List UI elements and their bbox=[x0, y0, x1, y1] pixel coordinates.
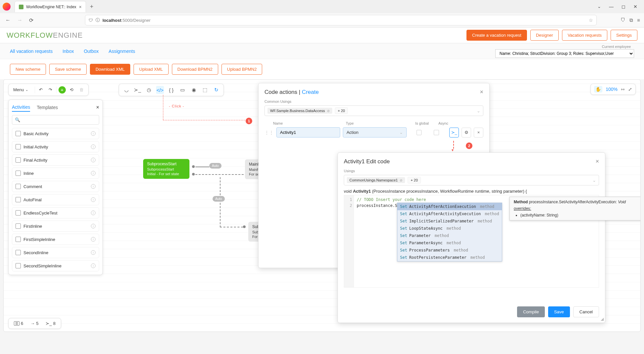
fullscreen-icon[interactable]: ⤢ bbox=[628, 87, 632, 92]
trash-icon[interactable]: 🗑 bbox=[77, 86, 86, 94]
add-button[interactable]: + bbox=[59, 86, 66, 94]
activity-item[interactable]: Commenti bbox=[12, 181, 99, 192]
nav-inbox[interactable]: Inbox bbox=[62, 49, 74, 54]
autocomplete-item[interactable]: SetRootPersistenceParametermethod bbox=[397, 254, 502, 261]
info-icon[interactable]: i bbox=[91, 144, 96, 149]
nav-outbox[interactable]: Outbox bbox=[84, 49, 99, 54]
new-scheme-button[interactable]: New scheme bbox=[10, 64, 46, 75]
bookmark-star-icon[interactable]: ☆ bbox=[589, 18, 593, 23]
delete-row-button[interactable]: × bbox=[474, 128, 483, 138]
user-icon[interactable]: ◡ bbox=[122, 86, 130, 94]
upload-bpmn-button[interactable]: Upload BPMN2 bbox=[221, 64, 262, 75]
usings-field[interactable]: CommonUsings.Namespace1⊘ + 20 ⌄ bbox=[344, 175, 599, 185]
menu-dropdown[interactable]: Menu ⌄ bbox=[11, 86, 33, 94]
designer-button[interactable]: Designer bbox=[530, 30, 559, 41]
info-icon[interactable]: i bbox=[91, 197, 96, 202]
settings-button[interactable]: Settings bbox=[611, 30, 637, 41]
extensions-icon[interactable]: ⧉ bbox=[629, 17, 633, 23]
address-bar[interactable]: 🛡 ⓘ localhost:5000/Designer ☆ bbox=[85, 15, 597, 25]
terminal-icon[interactable]: ≻_ bbox=[134, 86, 141, 94]
link-icon[interactable]: ⟲ bbox=[68, 86, 75, 94]
upload-xml-button[interactable]: Upload XML bbox=[134, 64, 169, 75]
activity-item[interactable]: SecondInlinei bbox=[12, 247, 99, 258]
autocomplete-item[interactable]: SetParametermethod bbox=[397, 232, 502, 239]
clock-icon[interactable]: ◷ bbox=[145, 86, 153, 94]
remove-tag-icon[interactable]: ⊘ bbox=[327, 109, 330, 113]
new-tab-button[interactable]: + bbox=[87, 3, 96, 10]
cancel-button[interactable]: Cancel bbox=[573, 306, 599, 317]
info-icon[interactable]: i bbox=[91, 184, 96, 189]
settings-row-button[interactable]: ⚙ bbox=[462, 128, 471, 138]
zoom-percent[interactable]: 100% bbox=[606, 87, 618, 92]
action-name-input[interactable] bbox=[276, 127, 340, 138]
info-icon[interactable]: i bbox=[91, 211, 96, 215]
info-icon[interactable]: i bbox=[91, 250, 96, 255]
autocomplete-item[interactable]: SetLoopStateAsyncmethod bbox=[397, 225, 502, 232]
more-tags[interactable]: + 20 bbox=[408, 177, 421, 183]
port-icon[interactable] bbox=[192, 173, 195, 176]
info-icon[interactable]: i bbox=[91, 263, 96, 268]
info-icon[interactable]: i bbox=[91, 131, 96, 136]
activity-item[interactable]: Basic Activityi bbox=[12, 128, 99, 139]
compile-button[interactable]: Compile bbox=[517, 306, 545, 317]
autocomplete-item[interactable]: SetActivityAfterActivityExecutionmethod bbox=[397, 210, 502, 217]
info-icon[interactable]: i bbox=[91, 224, 96, 228]
save-button[interactable]: Save bbox=[548, 306, 570, 317]
autocomplete-item[interactable]: SetParameterAsyncmethod bbox=[397, 239, 502, 247]
create-request-button[interactable]: Create a vacation request bbox=[466, 30, 527, 41]
fit-width-icon[interactable]: ⇿ bbox=[621, 87, 625, 92]
edit-code-button[interactable]: ≻_ bbox=[449, 128, 459, 138]
activity-item[interactable]: FirstInlinei bbox=[12, 220, 99, 232]
activity-item[interactable]: EndlessCycleTesti bbox=[12, 207, 99, 218]
download-bpmn-button[interactable]: Download BPMN2 bbox=[172, 64, 218, 75]
more-tags[interactable]: + 20 bbox=[335, 107, 348, 114]
remove-tag-icon[interactable]: ⊘ bbox=[400, 178, 402, 182]
download-xml-button[interactable]: Download XML bbox=[90, 64, 130, 75]
activity-item[interactable]: FirstSimpleInlinei bbox=[12, 234, 99, 245]
action-type-select[interactable]: Action⌄ bbox=[343, 127, 407, 138]
nav-all-requests[interactable]: All vacation requests bbox=[10, 49, 53, 54]
autocomplete-popup[interactable]: SetActivityAfterActionExecutionmethodSet… bbox=[397, 203, 502, 261]
reload-button[interactable]: ⟳ bbox=[28, 16, 35, 25]
stat-commands[interactable]: ≻_ 8 bbox=[44, 320, 57, 327]
port-icon[interactable] bbox=[192, 165, 195, 168]
activity-item[interactable]: SecondSimpleInlinei bbox=[12, 260, 99, 271]
pocket-icon[interactable]: ⛉ bbox=[621, 17, 625, 23]
drag-handle-icon[interactable]: ⋮⋮ bbox=[264, 130, 274, 135]
browser-tab[interactable]: WorkflowEngine NET:: Index × bbox=[15, 1, 86, 12]
redo-button[interactable]: ↷ bbox=[47, 86, 54, 94]
stat-activities[interactable]: ☰ 6 bbox=[12, 320, 25, 327]
activity-item[interactable]: Inlinei bbox=[12, 168, 99, 179]
common-usings-field[interactable]: WF.Sample.Business.DataAccess⊘ + 20 ⌄ bbox=[264, 105, 483, 116]
forward-button[interactable]: → bbox=[16, 16, 24, 24]
select-icon[interactable]: ⬚ bbox=[201, 86, 209, 94]
is-global-checkbox[interactable] bbox=[417, 130, 422, 135]
activity-item[interactable]: Initial Activityi bbox=[12, 141, 99, 152]
vacation-requests-button[interactable]: Vacation requests bbox=[562, 30, 607, 41]
node-subprocess-start[interactable]: SubprocessStart SubprocessStart Initial … bbox=[143, 159, 189, 179]
activity-item[interactable]: Final Activityi bbox=[12, 154, 99, 166]
code-icon[interactable]: </> bbox=[156, 86, 164, 94]
async-checkbox[interactable] bbox=[434, 130, 439, 135]
chevron-down-icon[interactable]: ⌄ bbox=[597, 4, 601, 9]
save-scheme-button[interactable]: Save scheme bbox=[49, 64, 87, 75]
monitor-icon[interactable]: ▭ bbox=[179, 86, 186, 94]
activity-item[interactable]: AutoFinali bbox=[12, 194, 99, 205]
history-icon[interactable]: ↻ bbox=[212, 86, 220, 94]
autocomplete-item[interactable]: SetProcessParametersmethod bbox=[397, 247, 502, 254]
stat-transitions[interactable]: → 5 bbox=[28, 320, 40, 327]
undo-button[interactable]: ↶ bbox=[37, 86, 45, 94]
close-window-icon[interactable]: ✕ bbox=[633, 4, 637, 9]
designer-canvas[interactable]: Menu ⌄ ↶ ↷ + ⟲ 🗑 ◡ ≻_ ◷ </> { } ▭ ◉ ⬚ ↻ … bbox=[3, 79, 641, 332]
minimize-icon[interactable]: — bbox=[609, 4, 614, 9]
close-icon[interactable]: × bbox=[79, 4, 82, 10]
tab-activities[interactable]: Activities bbox=[12, 103, 30, 112]
braces-icon[interactable]: { } bbox=[167, 86, 175, 94]
back-button[interactable]: ← bbox=[4, 16, 12, 24]
employee-select[interactable]: Name: Christina; StructDivision: Group 3… bbox=[495, 49, 634, 58]
close-icon[interactable]: × bbox=[595, 158, 599, 165]
activities-search[interactable]: 🔍 bbox=[12, 115, 99, 125]
menu-icon[interactable]: ≡ bbox=[637, 17, 640, 23]
autocomplete-item[interactable]: SetImplicitSerializedParametermethod bbox=[397, 217, 502, 225]
port-icon[interactable] bbox=[243, 225, 246, 228]
